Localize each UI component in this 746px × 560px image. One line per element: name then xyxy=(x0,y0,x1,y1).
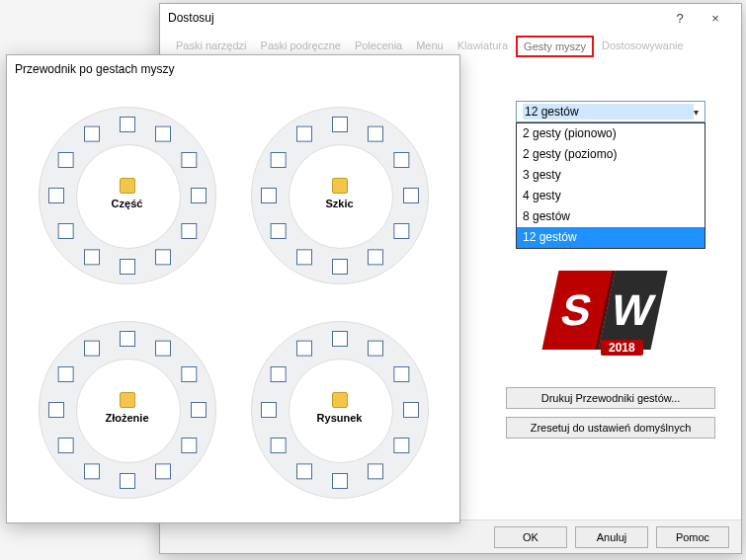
gesture-slot-icon[interactable] xyxy=(296,126,312,142)
gesture-slot-icon[interactable] xyxy=(155,340,171,356)
window-title: Dostosuj xyxy=(168,11,662,25)
gesture-slot-icon[interactable] xyxy=(393,223,409,239)
gesture-slot-icon[interactable] xyxy=(296,250,312,266)
gesture-slot-icon[interactable] xyxy=(120,117,135,132)
sketch-icon xyxy=(332,178,348,194)
logo-year-badge: 2018 xyxy=(601,340,643,356)
gesture-slot-icon[interactable] xyxy=(270,223,286,239)
gesture-slot-icon[interactable] xyxy=(296,463,312,479)
close-icon: × xyxy=(711,11,719,26)
titlebar: Dostosuj ? × xyxy=(160,4,741,32)
gesture-guide-window: Przewodnik po gestach myszy Część Szkic … xyxy=(6,54,460,523)
ring-part: Część xyxy=(23,91,231,301)
ok-button[interactable]: OK xyxy=(494,526,567,548)
gesture-slot-icon[interactable] xyxy=(84,126,100,142)
gesture-slot-icon[interactable] xyxy=(84,340,100,356)
gesture-slot-icon[interactable] xyxy=(84,250,100,266)
gesture-slot-icon[interactable] xyxy=(332,473,348,489)
gesture-option[interactable]: 2 gesty (pionowo) xyxy=(517,123,705,144)
gesture-option[interactable]: 12 gestów xyxy=(517,227,705,248)
gesture-option[interactable]: 3 gesty xyxy=(517,165,705,186)
tab-mouse-gestures[interactable]: Gesty myszy xyxy=(516,36,594,57)
gesture-slot-icon[interactable] xyxy=(57,223,73,239)
gesture-slot-icon[interactable] xyxy=(403,188,419,203)
gesture-slot-icon[interactable] xyxy=(368,340,383,356)
gesture-slot-icon[interactable] xyxy=(332,117,348,132)
gesture-slot-icon[interactable] xyxy=(270,438,286,453)
solidworks-logo: S W xyxy=(541,271,667,350)
cancel-button[interactable]: Anuluj xyxy=(575,526,648,548)
ring-label: Część xyxy=(112,198,143,209)
gesture-count-combo[interactable]: 12 gestów ▾ xyxy=(516,101,705,122)
assembly-icon xyxy=(120,392,135,408)
tab-customization[interactable]: Dostosowywanie xyxy=(596,36,690,57)
gesture-slot-icon[interactable] xyxy=(270,366,286,382)
gesture-option[interactable]: 4 gesty xyxy=(517,186,705,206)
gesture-ring xyxy=(251,321,429,499)
gesture-slot-icon[interactable] xyxy=(261,188,277,203)
ring-assembly: Złożenie xyxy=(23,305,231,516)
gesture-slot-icon[interactable] xyxy=(393,438,409,453)
gesture-slot-icon[interactable] xyxy=(48,402,64,418)
help-footer-button[interactable]: Pomoc xyxy=(656,526,729,548)
gesture-ring xyxy=(39,321,216,499)
guide-body: Część Szkic Złożenie Rysunek xyxy=(7,83,459,522)
gesture-slot-icon[interactable] xyxy=(191,402,207,418)
gesture-slot-icon[interactable] xyxy=(155,126,171,142)
gesture-slot-icon[interactable] xyxy=(181,223,197,239)
gesture-slot-icon[interactable] xyxy=(120,331,135,347)
gesture-slot-icon[interactable] xyxy=(155,250,171,266)
gesture-option[interactable]: 2 gesty (poziomo) xyxy=(517,144,705,165)
gesture-option[interactable]: 8 gestów xyxy=(517,206,705,227)
gesture-slot-icon[interactable] xyxy=(181,438,197,453)
dialog-footer: OK Anuluj Pomoc xyxy=(160,520,741,553)
gesture-slot-icon[interactable] xyxy=(120,259,135,275)
drawing-icon xyxy=(332,392,348,408)
close-button[interactable]: × xyxy=(698,7,733,29)
gesture-slot-icon[interactable] xyxy=(181,152,197,168)
gesture-slot-icon[interactable] xyxy=(48,188,64,203)
gesture-slot-icon[interactable] xyxy=(57,438,73,453)
guide-title: Przewodnik po gestach myszy xyxy=(15,62,452,76)
print-guides-button[interactable]: Drukuj Przewodniki gestów... xyxy=(506,387,715,409)
gesture-slot-icon[interactable] xyxy=(191,188,207,203)
gesture-slot-icon[interactable] xyxy=(57,152,73,168)
chevron-down-icon: ▾ xyxy=(694,107,699,118)
gesture-slot-icon[interactable] xyxy=(368,250,383,266)
gesture-slot-icon[interactable] xyxy=(393,152,409,168)
gesture-slot-icon[interactable] xyxy=(393,366,409,382)
gesture-slot-icon[interactable] xyxy=(403,402,419,418)
gesture-slot-icon[interactable] xyxy=(332,331,348,347)
tab-keyboard[interactable]: Klawiatura xyxy=(452,36,514,57)
ring-label: Szkic xyxy=(325,198,353,209)
ring-label: Rysunek xyxy=(317,412,363,424)
gesture-ring xyxy=(251,107,429,284)
gesture-slot-icon[interactable] xyxy=(270,152,286,168)
help-button[interactable]: ? xyxy=(662,7,698,29)
help-icon: ? xyxy=(676,11,683,26)
guide-titlebar: Przewodnik po gestach myszy xyxy=(7,55,459,83)
ring-label: Złożenie xyxy=(105,412,148,424)
gesture-slot-icon[interactable] xyxy=(296,340,312,356)
gesture-ring xyxy=(39,107,216,284)
gesture-slot-icon[interactable] xyxy=(368,126,383,142)
gesture-count-selected: 12 gestów xyxy=(523,104,694,120)
ring-drawing: Rysunek xyxy=(235,305,444,516)
gesture-slot-icon[interactable] xyxy=(261,402,277,418)
part-icon xyxy=(120,178,135,194)
gesture-slot-icon[interactable] xyxy=(332,259,348,275)
ring-sketch: Szkic xyxy=(235,91,444,301)
reset-defaults-button[interactable]: Zresetuj do ustawień domyślnych xyxy=(506,417,715,439)
gesture-slot-icon[interactable] xyxy=(368,463,383,479)
gesture-slot-icon[interactable] xyxy=(84,463,100,479)
gesture-slot-icon[interactable] xyxy=(120,473,135,489)
gesture-slot-icon[interactable] xyxy=(57,366,73,382)
gesture-slot-icon[interactable] xyxy=(155,463,171,479)
gesture-count-listbox[interactable]: 2 gesty (pionowo) 2 gesty (poziomo) 3 ge… xyxy=(516,122,705,249)
gesture-slot-icon[interactable] xyxy=(181,366,197,382)
